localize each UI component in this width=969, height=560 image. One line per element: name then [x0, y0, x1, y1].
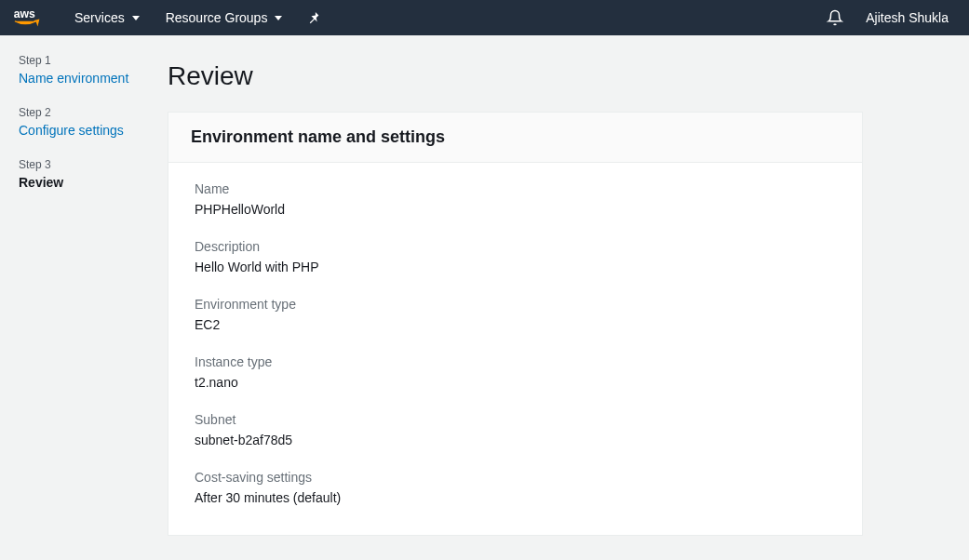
resource-groups-menu[interactable]: Resource Groups: [166, 10, 283, 25]
chevron-down-icon: [132, 16, 140, 20]
field-label: Subnet: [195, 412, 836, 427]
panel-header: Environment name and settings: [168, 113, 862, 163]
services-label: Services: [74, 10, 125, 25]
wizard-steps-sidebar: Step 1 Name environment Step 2 Configure…: [19, 54, 168, 536]
resource-groups-label: Resource Groups: [166, 10, 268, 25]
step-3: Step 3 Review: [19, 158, 168, 190]
step-1[interactable]: Step 1 Name environment: [19, 54, 168, 86]
field-cost-saving: Cost-saving settings After 30 minutes (d…: [195, 470, 836, 505]
field-label: Instance type: [195, 354, 836, 369]
step-label: Step 3: [19, 158, 168, 171]
field-instance-type: Instance type t2.nano: [195, 354, 836, 390]
review-panel: Environment name and settings Name PHPHe…: [168, 112, 863, 536]
step-title-configure-settings[interactable]: Configure settings: [19, 123, 168, 138]
services-menu[interactable]: Services: [74, 10, 140, 25]
field-value: PHPHelloWorld: [195, 202, 836, 217]
top-nav: aws Services Resource Groups Ajitesh Shu…: [0, 0, 969, 35]
notifications-icon[interactable]: [827, 9, 843, 26]
field-name: Name PHPHelloWorld: [195, 181, 836, 217]
page-title: Review: [168, 61, 863, 91]
step-title-review: Review: [19, 175, 168, 190]
user-menu[interactable]: Ajitesh Shukla: [866, 10, 956, 25]
svg-text:aws: aws: [14, 7, 35, 20]
user-name: Ajitesh Shukla: [866, 10, 949, 25]
pin-icon[interactable]: [308, 11, 321, 24]
step-title-name-environment[interactable]: Name environment: [19, 71, 168, 86]
field-label: Environment type: [195, 297, 836, 312]
panel-body: Name PHPHelloWorld Description Hello Wor…: [168, 163, 862, 535]
aws-logo[interactable]: aws: [13, 7, 48, 28]
chevron-down-icon: [275, 16, 282, 20]
field-subnet: Subnet subnet-b2af78d5: [195, 412, 836, 447]
field-environment-type: Environment type EC2: [195, 297, 836, 332]
field-value: subnet-b2af78d5: [195, 433, 836, 447]
field-label: Name: [195, 181, 836, 196]
step-label: Step 2: [19, 106, 168, 119]
field-label: Cost-saving settings: [195, 470, 836, 485]
content-area: Review Environment name and settings Nam…: [168, 54, 969, 536]
field-value: EC2: [195, 317, 836, 332]
field-value: Hello World with PHP: [195, 260, 836, 274]
field-description: Description Hello World with PHP: [195, 239, 836, 274]
field-value: t2.nano: [195, 375, 836, 390]
step-2[interactable]: Step 2 Configure settings: [19, 106, 168, 138]
step-label: Step 1: [19, 54, 168, 67]
main-area: Step 1 Name environment Step 2 Configure…: [0, 35, 969, 536]
field-value: After 30 minutes (default): [195, 490, 836, 505]
field-label: Description: [195, 239, 836, 254]
